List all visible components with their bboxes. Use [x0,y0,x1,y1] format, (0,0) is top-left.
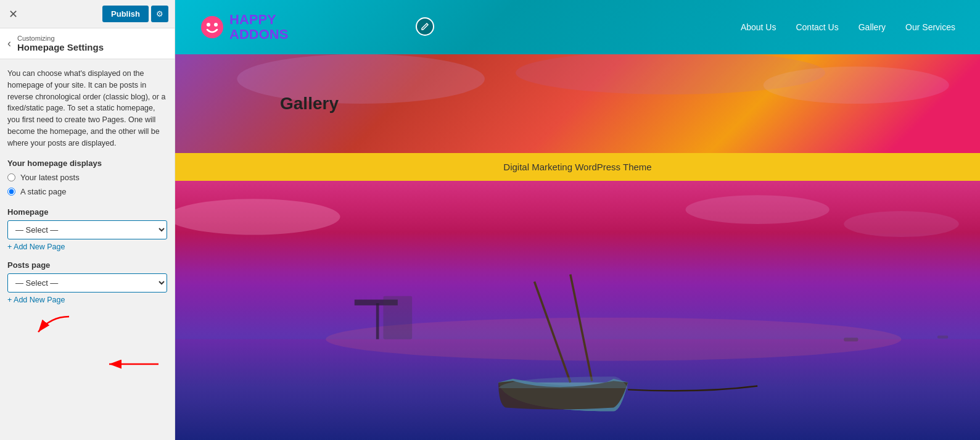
svg-point-8 [764,67,949,104]
breadcrumb-text: Customizing Homepage Settings [17,35,104,52]
description-text: You can choose what's displayed on the h… [7,68,167,149]
logo-happy: HAPPY [229,12,288,27]
main-bg [175,181,980,440]
arrow1 [103,355,175,376]
arrow2 [7,313,167,341]
nav-about[interactable]: About Us [741,22,776,32]
add-new-posts-link[interactable]: + Add New Page [7,296,65,304]
nav-services[interactable]: Our Services [905,22,955,32]
breadcrumb: ‹ Customizing Homepage Settings [0,28,175,59]
hero-bg: Gallery [175,54,980,153]
nav-menu: About Us Contact Us Gallery Our Services [741,22,955,32]
svg-point-3 [201,16,223,38]
svg-point-12 [844,211,959,237]
radio-latest-label[interactable]: Your latest posts [20,173,80,182]
svg-rect-17 [384,296,413,339]
svg-rect-21 [937,336,949,339]
nav-gallery[interactable]: Gallery [859,22,886,32]
hero-section: Gallery [175,54,980,153]
svg-point-10 [175,199,340,235]
posts-page-field-group: Posts page — Select — + Add New Page [7,260,167,305]
posts-page-select[interactable]: — Select — [7,273,167,293]
back-button[interactable]: ‹ [7,37,11,50]
radio-latest-input[interactable] [7,173,15,181]
close-button[interactable]: ✕ [6,5,20,23]
posts-page-label: Posts page [7,260,167,270]
site-header: HAPPY ADDONS About Us Contact Us Gallery… [175,0,980,54]
homepage-label: Homepage [7,207,167,217]
logo-text: HAPPY ADDONS [229,12,288,42]
yellow-banner: Digital Marketing WordPress Theme [175,153,980,181]
preview-area: HAPPY ADDONS About Us Contact Us Gallery… [175,0,980,440]
nav-contact[interactable]: Contact Us [796,22,838,32]
logo-addons: ADDONS [229,27,288,42]
logo-area: HAPPY ADDONS [200,12,288,42]
panel-content: You can choose what's displayed on the h… [0,59,175,440]
customizer-panel: ✕ Publish ⚙ ‹ Customizing Homepage Setti… [0,0,175,440]
svg-point-14 [326,318,901,361]
svg-rect-15 [376,303,379,339]
radio-latest-posts: Your latest posts [7,173,167,182]
svg-point-5 [214,23,218,27]
svg-rect-20 [844,338,858,341]
homepage-select[interactable]: — Select — [7,220,167,239]
add-new-homepage-link[interactable]: + Add New Page [7,243,65,251]
radio-static-input[interactable] [7,188,15,196]
publish-button[interactable]: Publish [102,6,149,22]
homepage-field-group: Homepage — Select — + Add New Page [7,207,167,252]
logo-icon [200,15,224,39]
gear-button[interactable]: ⚙ [151,6,168,22]
page-title: Homepage Settings [17,42,104,52]
radio-static-page: A static page [7,187,167,196]
radio-group: Your latest posts A static page [7,173,167,196]
banner-text: Digital Marketing WordPress Theme [503,162,651,172]
svg-point-4 [207,23,210,27]
svg-point-6 [237,54,485,104]
gallery-label: Gallery [280,94,339,114]
edit-icon[interactable] [416,17,434,36]
top-bar: ✕ Publish ⚙ [0,0,175,28]
customizing-label: Customizing [17,35,104,42]
homepage-displays-label: Your homepage displays [7,159,167,168]
radio-static-label[interactable]: A static page [20,187,66,196]
main-image-section [175,181,980,440]
svg-point-11 [686,195,830,224]
